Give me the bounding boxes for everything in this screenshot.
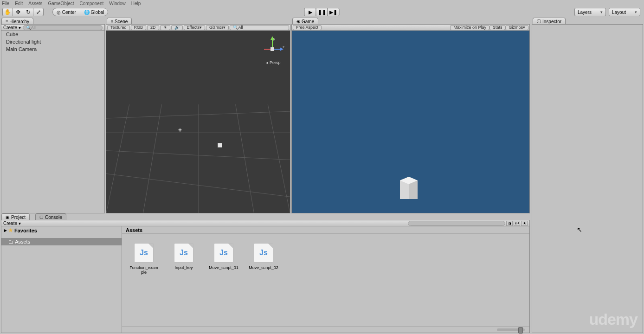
pause-icon: ❚❚ (318, 9, 326, 15)
asset-function-example[interactable]: Js Function_example (129, 243, 159, 275)
console-icon: ▢ (39, 215, 44, 219)
game-icon: ◉ (296, 19, 300, 24)
menu-edit[interactable]: Edit (15, 1, 23, 6)
tab-project[interactable]: ▣Project (1, 213, 30, 220)
star-icon: ★ (8, 227, 13, 233)
breadcrumb: Assets (122, 226, 529, 234)
svg-line-1 (106, 111, 290, 118)
tree-favorites[interactable]: ▸ ★ Favorites (1, 226, 122, 234)
hierarchy-tab-label: Hierarchy (9, 19, 29, 24)
project-create[interactable]: Create ▾ (3, 221, 21, 226)
scene-audio-toggle[interactable]: 🔊 (171, 25, 183, 30)
game-toolbar: Free Aspect Maximize on Play Stats Gizmo… (292, 25, 529, 31)
project-icon: ▣ (6, 215, 10, 219)
pivot-group: ◎ Center 🌐 Global (53, 8, 108, 16)
script-icon: Js (134, 243, 154, 263)
inspector-tab-label: Inspector (542, 19, 561, 24)
pivot-center[interactable]: ◎ Center (52, 8, 80, 16)
game-gizmos[interactable]: Gizmos ▾ (505, 25, 528, 30)
inspector-icon: ⓘ (537, 19, 541, 25)
transform-tools: ✋ ✥ ↻ ⤢ (3, 8, 44, 16)
menu-window[interactable]: Window (109, 1, 126, 6)
menu-help[interactable]: Help (131, 1, 141, 6)
asset-name: Function_example (129, 265, 159, 275)
tab-game[interactable]: ◉Game (292, 18, 318, 25)
svg-rect-19 (270, 47, 274, 51)
console-tab-label: Console (45, 215, 62, 220)
project-panel: Create ▾ ◑ 🏷 ★ ▸ ★ Favorites 🗀 Assets As… (1, 220, 530, 333)
hierarchy-create[interactable]: Create ▾ (3, 25, 21, 30)
asset-move-script-02[interactable]: Js Move_script_02 (248, 243, 279, 270)
game-gizmos-label: Gizmos (509, 25, 523, 30)
game-view[interactable] (292, 31, 529, 213)
asset-move-script-01[interactable]: Js Move_script_01 (208, 243, 239, 270)
tab-inspector[interactable]: ⓘInspector (533, 18, 566, 25)
icon-size-slider[interactable] (497, 328, 525, 331)
asset-name: Input_key (174, 265, 193, 270)
game-aspect[interactable]: Free Aspect (293, 25, 322, 30)
tab-hierarchy[interactable]: ≡Hierarchy (1, 18, 33, 25)
scene-cube-object[interactable] (218, 143, 222, 148)
tab-console[interactable]: ▢Console (35, 213, 66, 220)
hierarchy-item-light[interactable]: Directional light (1, 38, 104, 45)
step-icon: ▶❚ (329, 9, 337, 15)
asset-input-key[interactable]: Js Input_key (168, 243, 199, 270)
scene-gizmos[interactable]: Gizmos ▾ (206, 25, 229, 30)
scene-tab-label: Scene (115, 19, 128, 24)
center-label: Center (62, 10, 76, 15)
project-star-icon[interactable]: ★ (521, 221, 528, 226)
scene-view[interactable]: y z ◂ Persp (106, 31, 290, 213)
svg-line-5 (143, 104, 162, 213)
layout-dropdowns: Layers Layout (574, 8, 640, 16)
scene-light-toggle[interactable]: ☀ (160, 25, 170, 30)
asset-name: Move_script_02 (249, 265, 278, 270)
step-button[interactable]: ▶❚ (328, 8, 340, 16)
assets-label: Assets (15, 239, 30, 244)
hierarchy-icon: ≡ (6, 19, 8, 24)
hierarchy-item-camera[interactable]: Main Camera (1, 45, 104, 53)
layout-dropdown[interactable]: Layout (609, 8, 640, 16)
inspector-panel (532, 24, 643, 333)
play-controls: ▶ ❚❚ ▶❚ (305, 8, 340, 16)
orientation-gizmo[interactable]: y z ◂ Persp (259, 35, 285, 68)
rotate-tool[interactable]: ↻ (23, 8, 33, 16)
hierarchy-item-cube[interactable]: Cube (1, 31, 104, 38)
play-button[interactable]: ▶ (304, 8, 316, 16)
tab-scene[interactable]: ⌗Scene (107, 18, 132, 25)
scale-tool[interactable]: ⤢ (33, 8, 44, 16)
menu-component[interactable]: Component (80, 1, 104, 6)
scene-rgb[interactable]: RGB (131, 25, 147, 30)
project-body: ▸ ★ Favorites 🗀 Assets Assets Js Functio… (1, 226, 529, 333)
hand-tool[interactable]: ✋ (2, 8, 13, 16)
scene-shading[interactable]: Textured (107, 25, 130, 30)
tree-assets[interactable]: 🗀 Assets (1, 238, 122, 245)
svg-text:z: z (283, 45, 284, 49)
move-tool[interactable]: ✥ (13, 8, 23, 16)
game-stats[interactable]: Stats (489, 25, 506, 30)
pause-button[interactable]: ❚❚ (316, 8, 328, 16)
svg-text:◂: ◂ (266, 60, 268, 65)
project-search[interactable] (408, 221, 505, 226)
project-filter-icon[interactable]: ◑ (506, 221, 513, 226)
hierarchy-search[interactable]: 🔍All (23, 25, 103, 30)
toolbar: ✋ ✥ ↻ ⤢ ◎ Center 🌐 Global ▶ ❚❚ ▶❚ Layers… (0, 7, 644, 17)
scene-effects[interactable]: Effects ▾ (184, 25, 205, 30)
globe-icon: 🌐 (84, 10, 90, 15)
scene-search[interactable]: 🔍All (230, 25, 289, 30)
scene-2d[interactable]: 2D (147, 25, 159, 30)
project-label-icon[interactable]: 🏷 (514, 221, 520, 226)
layers-dropdown[interactable]: Layers (574, 8, 606, 16)
scene-light-gizmo[interactable] (178, 127, 182, 131)
pivot-global[interactable]: 🌐 Global (80, 8, 109, 16)
menu-file[interactable]: File (2, 1, 9, 6)
effects-label: Effects (187, 25, 200, 30)
game-maximize[interactable]: Maximize on Play (450, 25, 489, 30)
menu-assets[interactable]: Assets (28, 1, 42, 6)
menu-gameobject[interactable]: GameObject (48, 1, 74, 6)
hierarchy-toolbar: Create ▾ 🔍All (1, 25, 104, 31)
move-icon: ✥ (16, 9, 20, 15)
menu-bar: File Edit Assets GameObject Component Wi… (0, 0, 644, 6)
search-placeholder: All (31, 26, 36, 30)
project-footer (122, 326, 529, 333)
hierarchy-panel: Create ▾ 🔍All Cube Directional light Mai… (1, 24, 105, 213)
